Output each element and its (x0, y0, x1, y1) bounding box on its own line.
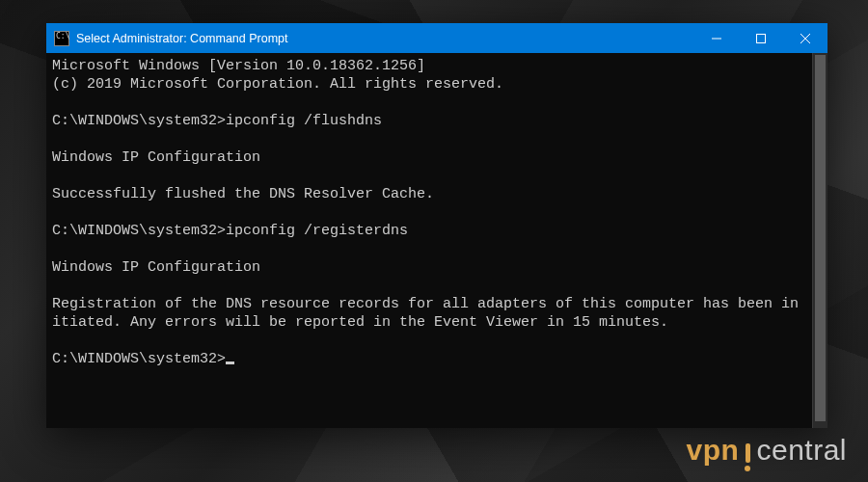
terminal-output[interactable]: Microsoft Windows [Version 10.0.18362.12… (46, 53, 812, 428)
terminal-line: Windows IP Configuration (52, 149, 260, 166)
minimize-button[interactable] (694, 23, 739, 53)
close-icon (800, 34, 810, 43)
terminal-line: Successfully flushed the DNS Resolver Ca… (52, 186, 434, 202)
watermark-logo: vpn central (687, 434, 847, 469)
titlebar[interactable]: C:\ Select Administrator: Command Prompt (46, 23, 827, 53)
terminal-line: C:\WINDOWS\system32>ipconfig /registerdn… (52, 223, 408, 239)
svg-rect-1 (757, 34, 766, 42)
watermark-right: central (756, 434, 847, 467)
terminal-line: (c) 2019 Microsoft Corporation. All righ… (52, 76, 503, 93)
terminal-line: Registration of the DNS resource records… (52, 296, 799, 331)
maximize-icon (756, 34, 766, 43)
close-button[interactable] (783, 23, 827, 53)
watermark-left: vpn (687, 434, 740, 467)
maximize-button[interactable] (739, 23, 783, 53)
terminal-line: C:\WINDOWS\system32> (52, 351, 226, 367)
command-prompt-window: C:\ Select Administrator: Command Prompt… (46, 23, 827, 428)
scrollbar-thumb[interactable] (815, 55, 826, 421)
cursor (226, 362, 234, 364)
window-title: Select Administrator: Command Prompt (76, 32, 288, 45)
minimize-icon (712, 34, 721, 43)
terminal-line: C:\WINDOWS\system32>ipconfig /flushdns (52, 113, 382, 129)
exclamation-icon (741, 443, 754, 471)
terminal-line: Windows IP Configuration (52, 259, 260, 276)
cmd-icon: C:\ (54, 31, 69, 46)
terminal-line: Microsoft Windows [Version 10.0.18362.12… (52, 58, 425, 74)
scrollbar[interactable] (812, 53, 827, 428)
